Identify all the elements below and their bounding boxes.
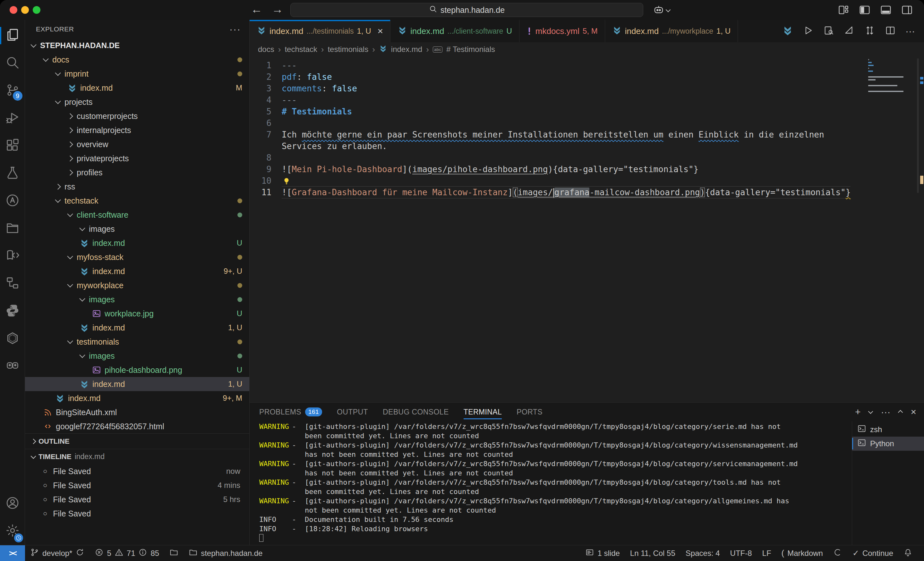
statusbar-eol[interactable]: LF	[757, 549, 776, 558]
close-panel-icon[interactable]: ×	[910, 407, 916, 417]
tree-item-index.md[interactable]: index.mdU	[25, 236, 249, 250]
tree-item-index.md[interactable]: index.md9+, U	[25, 264, 249, 278]
more-actions-icon[interactable]: ···	[905, 25, 915, 37]
tree-item-profiles[interactable]: profiles	[25, 165, 249, 180]
panel-tab-debug-console[interactable]: DEBUG CONSOLE	[383, 402, 449, 421]
statusbar-workspace-status[interactable]: stephan.hadan.de	[183, 545, 268, 561]
terminal-instance-Python[interactable]: Python	[852, 437, 924, 451]
statusbar-encoding[interactable]: UTF-8	[725, 549, 757, 558]
tab-index.md.../testimonials[interactable]: index.md.../testimonials1, U×	[250, 20, 390, 42]
statusbar-continue[interactable]: ✓Continue	[848, 549, 898, 558]
split-editor-icon[interactable]	[885, 25, 896, 37]
tree-item-techstack[interactable]: techstack	[25, 194, 249, 208]
breadcrumb-item[interactable]: # Testimonials	[446, 45, 495, 54]
tree-item-docs[interactable]: docs	[25, 52, 249, 67]
timeline-entry[interactable]: ○File Savednow	[25, 464, 249, 478]
customize-layout-icon[interactable]	[837, 4, 850, 17]
tab-index.md.../myworkplace[interactable]: index.md.../myworkplace1, U	[605, 20, 738, 42]
statusbar-folder-status[interactable]	[164, 545, 183, 561]
statusbar-branch-status[interactable]: develop*	[25, 545, 90, 561]
terminal-output[interactable]: WARNING-[git-authors-plugin] /var/folder…	[250, 421, 852, 545]
statusbar-problems-status[interactable]: 57185	[90, 545, 164, 561]
tree-item-workplace.jpg[interactable]: workplace.jpgU	[25, 307, 249, 320]
tree-item-index.md[interactable]: index.md9+, M	[25, 391, 249, 405]
tree-item-images[interactable]: images	[25, 222, 249, 236]
forward-button[interactable]: →	[270, 3, 285, 16]
remote-indicator[interactable]: ><	[0, 545, 25, 561]
outline-section[interactable]: OUTLINE	[25, 434, 249, 449]
maximize-panel-icon[interactable]	[898, 410, 903, 415]
activity-explorer[interactable]	[0, 22, 25, 49]
tree-root[interactable]: STEPHAN.HADAN.DE	[25, 39, 249, 52]
activity-accounts[interactable]	[0, 490, 25, 518]
activity-hex-extension[interactable]	[0, 325, 25, 353]
tree-item-testimonials[interactable]: testimonials	[25, 335, 249, 349]
back-button[interactable]: ←	[249, 3, 265, 16]
tree-item-imprint[interactable]: imprint	[25, 67, 249, 81]
toggle-panel-icon[interactable]	[880, 4, 892, 17]
tree-item-privateprojects[interactable]: privateprojects	[25, 151, 249, 165]
breadcrumb-item[interactable]: testimonials	[328, 45, 368, 54]
terminal-instance-zsh[interactable]: zsh	[852, 422, 924, 437]
statusbar-language-loading[interactable]	[828, 548, 848, 559]
tree-item-BingSiteAuth.xml[interactable]: BingSiteAuth.xml	[25, 405, 249, 419]
panel-tab-output[interactable]: OUTPUT	[337, 402, 368, 421]
minimize-window-button[interactable]	[21, 6, 29, 14]
open-changes-icon[interactable]	[864, 25, 875, 37]
activity-python[interactable]	[0, 298, 25, 325]
editor[interactable]: 1---2pdf: false3comments: false4---5# Te…	[250, 57, 924, 402]
panel-more-actions-icon[interactable]: ···	[880, 407, 890, 417]
command-center-search[interactable]: stephan.hadan.de	[290, 3, 643, 17]
tree-item-googlef727264f56832057.html[interactable]: googlef727264f56832057.html	[25, 419, 249, 434]
activity-run-and-debug[interactable]	[0, 105, 25, 132]
timeline-entry[interactable]: ○File Saved	[25, 507, 249, 521]
markdown-open-preview-icon[interactable]	[844, 25, 855, 37]
activity-live-preview[interactable]	[0, 242, 25, 270]
run-icon[interactable]	[803, 25, 814, 37]
new-terminal-button[interactable]: +	[855, 407, 861, 417]
tab-index.md.../client-software[interactable]: index.md.../client-softwareU	[390, 20, 519, 42]
tree-item-index.md[interactable]: index.md1, U	[25, 377, 249, 391]
statusbar-marp-slides[interactable]: 1 slide	[580, 548, 625, 559]
tree-item-client-software[interactable]: client-software	[25, 208, 249, 222]
breadcrumb-item[interactable]: techstack	[285, 45, 317, 54]
tree-item-images[interactable]: images	[25, 292, 249, 307]
explorer-more-actions-icon[interactable]: ···	[230, 24, 241, 34]
tree-item-myfoss-stack[interactable]: myfoss-stack	[25, 250, 249, 264]
activity-project-manager[interactable]	[0, 270, 25, 298]
open-preview-icon[interactable]	[823, 25, 834, 37]
toggle-secondary-sidebar-icon[interactable]	[901, 4, 913, 17]
timeline-entry[interactable]: ○File Saved5 hrs	[25, 492, 249, 507]
statusbar-language-mode[interactable]: (Markdown	[776, 548, 828, 558]
zoom-window-button[interactable]	[33, 6, 40, 14]
statusbar-indentation[interactable]: Spaces: 4	[681, 549, 725, 558]
activity-search[interactable]	[0, 49, 25, 77]
timeline-section[interactable]: TIMELINE index.md	[25, 449, 249, 464]
timeline-entry[interactable]: ○File Saved4 mins	[25, 478, 249, 492]
statusbar-cursor-position[interactable]: Ln 11, Col 55	[625, 549, 681, 558]
tree-item-myworkplace[interactable]: myworkplace	[25, 278, 249, 292]
tree-item-rss[interactable]: rss	[25, 180, 249, 194]
markdown-download-icon[interactable]	[782, 25, 793, 37]
activity-extensions[interactable]	[0, 132, 25, 160]
panel-tab-ports[interactable]: PORTS	[516, 402, 543, 421]
close-icon[interactable]: ×	[378, 26, 383, 36]
tree-item-index.md[interactable]: index.mdM	[25, 81, 249, 95]
activity-source-control[interactable]: 9	[0, 77, 25, 105]
close-window-button[interactable]	[10, 6, 17, 14]
breadcrumb-item[interactable]: docs	[258, 45, 274, 54]
toggle-primary-sidebar-icon[interactable]	[858, 4, 871, 17]
tree-item-projects[interactable]: projects	[25, 95, 249, 109]
activity-circle-a-extension[interactable]	[0, 187, 25, 215]
panel-tab-terminal[interactable]: TERMINAL	[464, 402, 502, 421]
terminal-dropdown-icon[interactable]	[868, 409, 873, 414]
activity-settings[interactable]	[0, 518, 25, 545]
activity-copilot[interactable]	[0, 353, 25, 380]
activity-folder-extension[interactable]	[0, 215, 25, 242]
minimap[interactable]	[868, 59, 907, 92]
statusbar-notifications[interactable]	[898, 548, 918, 559]
breadcrumb-item[interactable]: index.md	[391, 45, 422, 54]
tree-item-customerprojects[interactable]: customerprojects	[25, 109, 249, 123]
tree-item-images[interactable]: images	[25, 349, 249, 363]
tree-item-overview[interactable]: overview	[25, 137, 249, 151]
